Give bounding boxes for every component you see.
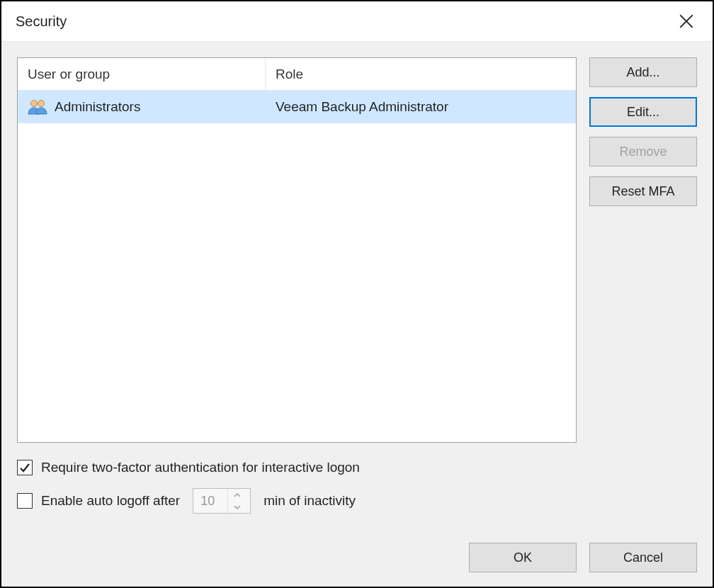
svg-point-2 <box>31 101 38 107</box>
remove-button[interactable]: Remove <box>589 137 697 166</box>
cell-role: Veeam Backup Administrator <box>266 99 576 115</box>
auto-logoff-spinner[interactable] <box>193 488 251 514</box>
cell-user-text: Administrators <box>55 99 140 115</box>
option-require-mfa: Require two-factor authentication for in… <box>17 460 697 475</box>
footer-buttons: OK Cancel <box>469 543 697 572</box>
spinner-down[interactable] <box>228 501 246 513</box>
options-area: Require two-factor authentication for in… <box>17 460 697 514</box>
chevron-up-icon <box>234 493 241 497</box>
client-area: User or group Role Administrators <box>1 41 713 587</box>
table-header: User or group Role <box>18 58 576 91</box>
security-dialog: Security User or group Role <box>0 0 714 588</box>
auto-logoff-checkbox[interactable] <box>17 493 33 509</box>
main-row: User or group Role Administrators <box>17 57 697 443</box>
side-buttons: Add... Edit... Remove Reset MFA <box>589 57 697 443</box>
titlebar: Security <box>1 1 713 41</box>
close-icon <box>679 14 693 28</box>
column-header-user[interactable]: User or group <box>18 58 266 90</box>
spinner-arrows <box>227 489 246 513</box>
chevron-down-icon <box>234 505 241 509</box>
table-row[interactable]: Administrators Veeam Backup Administrato… <box>18 91 576 123</box>
cancel-button[interactable]: Cancel <box>589 543 697 572</box>
users-table[interactable]: User or group Role Administrators <box>17 57 577 443</box>
option-auto-logoff: Enable auto logoff after min of inactivi… <box>17 488 697 514</box>
table-body: Administrators Veeam Backup Administrato… <box>18 91 576 123</box>
edit-button[interactable]: Edit... <box>589 97 697 127</box>
require-mfa-checkbox[interactable] <box>17 460 33 475</box>
svg-point-3 <box>38 101 45 107</box>
column-header-role[interactable]: Role <box>266 58 576 90</box>
require-mfa-label: Require two-factor authentication for in… <box>41 460 360 475</box>
auto-logoff-prefix: Enable auto logoff after <box>41 493 180 509</box>
auto-logoff-suffix: min of inactivity <box>264 493 356 509</box>
spinner-up[interactable] <box>228 489 246 501</box>
add-button[interactable]: Add... <box>589 57 697 87</box>
reset-mfa-button[interactable]: Reset MFA <box>589 176 697 206</box>
cell-user: Administrators <box>18 99 266 115</box>
auto-logoff-value[interactable] <box>193 489 227 513</box>
close-button[interactable] <box>669 7 704 35</box>
dialog-title: Security <box>16 13 67 30</box>
ok-button[interactable]: OK <box>469 543 577 572</box>
users-group-icon <box>28 99 47 115</box>
check-icon <box>19 462 30 473</box>
